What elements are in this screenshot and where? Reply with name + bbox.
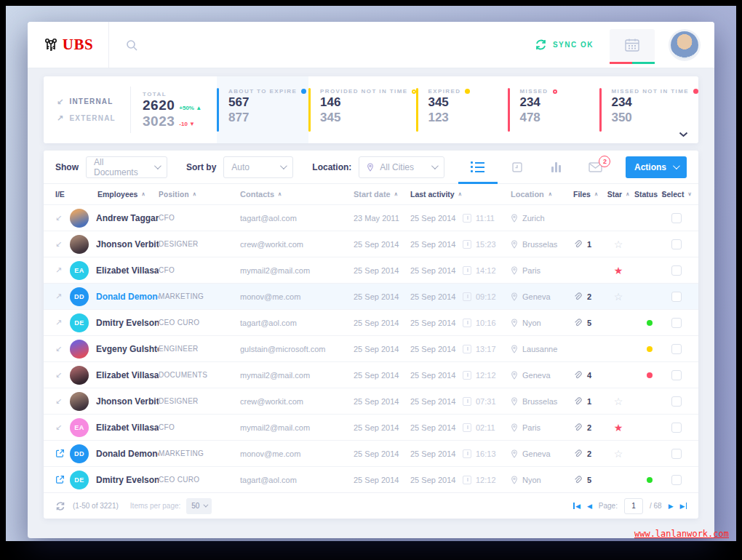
calendar-icon	[624, 38, 640, 52]
time-icon	[463, 476, 471, 484]
employee-name[interactable]: Donald Demonov	[96, 449, 159, 459]
employee-name[interactable]: Jhonson Verbitum	[96, 239, 159, 249]
last-activity-date: 25 Sep 2014	[410, 476, 463, 484]
first-page-button[interactable]: ◀	[573, 503, 580, 510]
table-row[interactable]: ↙ ↗ DD Donald Demonov MARKETING monov@me…	[44, 440, 698, 466]
mail-view-tab[interactable]: 2	[576, 151, 615, 183]
contact-email[interactable]: mymail2@mail.com	[240, 266, 354, 275]
external-link-icon[interactable]	[55, 475, 65, 484]
location-dropdown[interactable]: All Cities	[359, 156, 444, 178]
employee-name[interactable]: Andrew Taggart	[96, 213, 159, 223]
row-checkbox[interactable]	[671, 396, 682, 407]
table-row[interactable]: ↙ ↗ Andrew Taggart CFO tagart@aol.com 23…	[44, 204, 698, 231]
stat-card[interactable]: MISSED 234 478	[508, 87, 599, 133]
row-checkbox[interactable]	[671, 475, 682, 485]
row-checkbox[interactable]	[671, 318, 682, 328]
contact-email[interactable]: monov@me.com	[240, 292, 354, 301]
row-checkbox[interactable]	[671, 265, 682, 276]
column-header[interactable]: Last activity ∧	[410, 190, 511, 199]
sync-status[interactable]: SYNC OK	[535, 39, 594, 51]
row-checkbox[interactable]	[671, 292, 682, 302]
contact-email[interactable]: monov@me.com	[240, 449, 354, 458]
refresh-icon[interactable]	[55, 501, 65, 511]
row-checkbox[interactable]	[671, 239, 682, 249]
table-row[interactable]: ↙ ↗ EA Elizabet Villasa CFO mymail2@mail…	[44, 414, 698, 440]
contact-email[interactable]: mymail2@mail.com	[240, 371, 354, 380]
stat-card[interactable]: PROVIDED NOT IN TIME 146 345	[308, 87, 416, 133]
star-icon[interactable]: ☆	[614, 396, 623, 407]
column-header[interactable]: I/E	[55, 190, 70, 199]
column-header[interactable]: Start date ∧	[354, 190, 410, 199]
contact-email[interactable]: tagart@aol.com	[240, 214, 354, 223]
prev-page-button[interactable]: ◀	[587, 503, 592, 510]
user-avatar[interactable]	[671, 31, 698, 59]
column-header[interactable]: Star ∧	[604, 190, 633, 199]
contact-email[interactable]: mymail2@mail.com	[240, 423, 354, 432]
column-header[interactable]: Employees ∧	[70, 190, 159, 199]
bar-chart-icon	[551, 162, 561, 172]
star-icon[interactable]: ★	[614, 423, 623, 433]
row-checkbox[interactable]	[671, 449, 682, 459]
column-header[interactable]: Select ∨	[666, 190, 687, 199]
star-icon[interactable]: ☆	[614, 239, 623, 249]
star-icon[interactable]: ☆	[614, 292, 623, 302]
last-page-button[interactable]: ▶	[680, 503, 687, 510]
actions-button[interactable]: Actions	[626, 156, 687, 178]
table-row[interactable]: ↙ ↗ Elizabet Villasa DOCUMENTS mymail2@m…	[44, 361, 698, 388]
show-dropdown[interactable]: All Documents	[86, 156, 167, 178]
stat-value-internal: 234	[611, 95, 698, 110]
external-link-icon[interactable]	[55, 449, 65, 458]
page-input[interactable]	[624, 498, 643, 514]
employee-name[interactable]: Elizabet Villasa	[96, 423, 159, 433]
expand-stats-chevron-icon[interactable]	[679, 132, 688, 137]
row-checkbox[interactable]	[671, 423, 682, 433]
items-per-page-select[interactable]: 50	[186, 498, 212, 514]
chart-view-tab[interactable]	[537, 151, 576, 183]
employee-name[interactable]: Evgeny Gulshtein	[96, 344, 159, 354]
ubs-wordmark: UBS	[63, 36, 93, 54]
search-button[interactable]	[125, 39, 138, 52]
table-row[interactable]: ↙ ↗ DD Donald Demonov MARKETING monov@me…	[44, 283, 698, 309]
contact-email[interactable]: tagart@aol.com	[240, 476, 354, 484]
calendar-view-tab[interactable]	[498, 151, 537, 183]
stat-card[interactable]: EXPIRED 345 123	[416, 87, 508, 133]
employee-name[interactable]: Donald Demonov	[96, 292, 159, 302]
employee-name[interactable]: Elizabet Villasa	[96, 265, 159, 276]
contact-email[interactable]: crew@workit.com	[240, 240, 354, 249]
table-row[interactable]: ↙ ↗ DE Dmitry Evelson CEO CURO tagart@ao…	[44, 466, 698, 492]
contact-email[interactable]: gulstain@microsoft.com	[240, 345, 354, 353]
employee-name[interactable]: Elizabet Villasa	[96, 370, 159, 380]
employee-name[interactable]: Jhonson Verbitum	[96, 396, 159, 407]
stat-card[interactable]: MISSED NOT IN TIME 234 350	[599, 87, 698, 133]
column-header[interactable]: Contacts ∧	[240, 190, 354, 199]
start-date: 25 Sep 2014	[354, 397, 410, 406]
table-row[interactable]: ↙ ↗ DE Dmitry Evelson CEO CURO tagart@ao…	[44, 309, 698, 335]
calendar-button[interactable]	[610, 29, 655, 61]
column-header[interactable]: Files ∧	[573, 190, 604, 199]
table-row[interactable]: ↙ ↗ Jhonson Verbitum DESIGNER crew@worki…	[44, 388, 698, 414]
table-row[interactable]: ↙ ↗ EA Elizabet Villasa CFO mymail2@mail…	[44, 257, 698, 283]
row-checkbox[interactable]	[671, 370, 682, 380]
status-dot	[647, 451, 653, 457]
employee-name[interactable]: Dmitry Evelson	[96, 475, 159, 485]
stat-card[interactable]: ABOUT TO EXPIRE 567 877	[217, 76, 308, 143]
star-icon[interactable]: ★	[614, 265, 623, 276]
contact-email[interactable]: tagart@aol.com	[240, 319, 354, 327]
list-view-tab[interactable]	[458, 151, 498, 183]
table-row[interactable]: ↙ ↗ Jhonson Verbitum DESIGNER crew@worki…	[44, 231, 698, 257]
employee-name[interactable]: Dmitry Evelson	[96, 318, 159, 328]
last-activity-time: 11:11	[476, 214, 495, 223]
star-icon[interactable]: ☆	[614, 449, 623, 459]
location-name: Nyon	[522, 476, 541, 484]
active-tab-underline	[458, 182, 498, 184]
row-checkbox[interactable]	[671, 213, 682, 223]
column-header[interactable]: Location ∧	[511, 190, 573, 199]
column-header[interactable]: Position ∧	[159, 191, 240, 199]
next-page-button[interactable]: ▶	[669, 503, 674, 510]
sort-dropdown[interactable]: Auto	[223, 156, 293, 178]
watermark: www.lanlanwork.com	[634, 529, 729, 539]
table-row[interactable]: ↙ ↗ Evgeny Gulshtein ENGINEER gulstain@m…	[44, 335, 698, 361]
total-stat: TOTAL 2620 +50% ▲ 3023 -10 ▼	[131, 87, 217, 133]
row-checkbox[interactable]	[671, 344, 682, 354]
contact-email[interactable]: crew@workit.com	[240, 397, 354, 406]
